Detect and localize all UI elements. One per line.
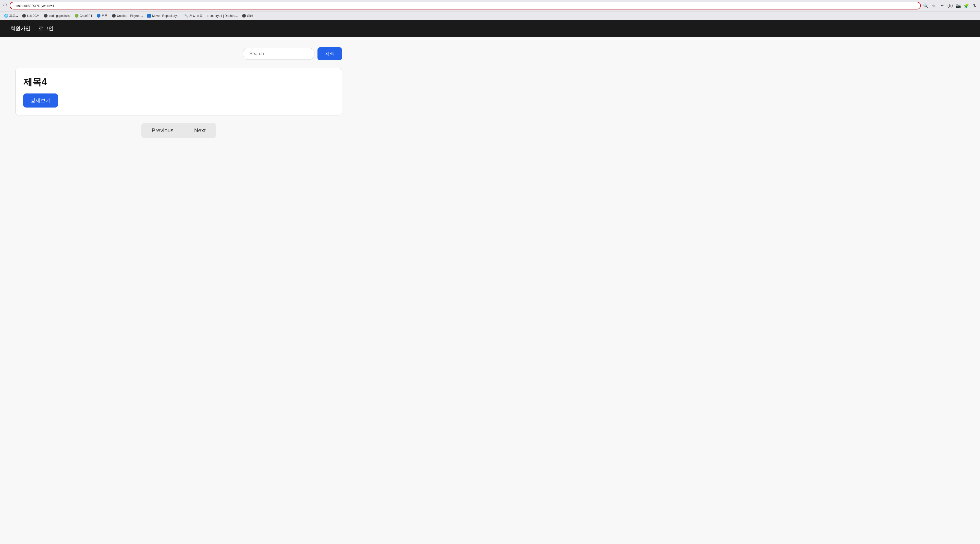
detail-button[interactable]: 상세보기 <box>23 94 58 107</box>
bookmark-kdit-icon: ⚫ <box>22 14 26 18</box>
extensions-icon[interactable]: 🧩 <box>964 3 969 8</box>
bookmark-untitled[interactable]: ⚫ Untitled - Playrou... <box>110 13 145 18</box>
bookmark-devnote-icon: 🔧 <box>184 14 188 18</box>
search-button[interactable]: 검색 <box>318 47 342 60</box>
browser-actions: 🔍 ☆ ✒ (B) 📷 🧩 ↻ <box>923 3 977 8</box>
bookmark-writon[interactable]: 🔵 뤼튼 <box>95 13 109 18</box>
bookmark-chatgpt-label: ChatGPT <box>80 14 92 18</box>
bookmark-coding[interactable]: ⚫ codingspecialist <box>42 13 72 18</box>
bookmark-coding-label: codingspecialist <box>49 14 70 18</box>
search-input[interactable] <box>243 48 314 60</box>
bookmarks-bar: 🌐 프로... ⚫ kdit-2024 ⚫ codingspecialist 🟢… <box>0 11 980 20</box>
browser-chrome: ⓘ localhost:8080/?keyword=4 🔍 ☆ ✒ (B) 📷 … <box>0 0 980 20</box>
bookmark-devnote[interactable]: 🔧 개발 노트 <box>183 13 204 18</box>
browser-toolbar: ⓘ localhost:8080/?keyword=4 🔍 ☆ ✒ (B) 📷 … <box>0 0 980 11</box>
bookmark-coderyu[interactable]: ≡ coderyu1 | Dashbo... <box>205 13 239 18</box>
bookmark-untitled-icon: ⚫ <box>112 14 116 18</box>
nav-bar: 회원가입 로그인 <box>0 20 980 37</box>
bookmark-maven-icon: 🟦 <box>147 14 151 18</box>
previous-button[interactable]: Previous <box>142 123 184 138</box>
page-wrapper: 회원가입 로그인 검색 제목4 상세보기 Previous Next <box>0 20 980 544</box>
pen-icon[interactable]: ✒ <box>939 3 945 8</box>
bookmark-github[interactable]: ⚫ GitH <box>240 13 255 18</box>
address-bar[interactable]: localhost:8080/?keyword=4 <box>10 2 921 10</box>
refresh-icon[interactable]: ↻ <box>972 3 977 8</box>
bookmark-pro-icon: 🌐 <box>4 14 8 18</box>
bookmark-coderyu-icon: ≡ <box>207 14 209 18</box>
nav-signup[interactable]: 회원가입 <box>10 25 30 32</box>
main-content: 검색 제목4 상세보기 Previous Next <box>0 37 357 148</box>
zoom-icon[interactable]: 🔍 <box>923 3 928 8</box>
bookmark-github-icon: ⚫ <box>242 14 246 18</box>
bookmark-kdit[interactable]: ⚫ kdit-2024 <box>21 13 41 18</box>
post-title: 제목4 <box>23 76 334 88</box>
bookmark-maven[interactable]: 🟦 Maven Repository:... <box>145 13 182 18</box>
bookmark-kdit-label: kdit-2024 <box>27 14 40 18</box>
bookmark-coding-icon: ⚫ <box>44 14 48 18</box>
bookmark-writon-icon: 🔵 <box>97 14 100 18</box>
nav-login[interactable]: 로그인 <box>38 25 54 32</box>
bookmark-untitled-label: Untitled - Playrou... <box>117 14 143 18</box>
bookmark-github-label: GitH <box>247 14 253 18</box>
bookmark-pro[interactable]: 🌐 프로... <box>3 13 19 18</box>
bookmark-pro-label: 프로... <box>9 14 18 18</box>
search-area: 검색 <box>15 47 342 60</box>
url-text: localhost:8080/?keyword=4 <box>14 4 54 8</box>
pagination-container: Previous Next <box>142 123 216 138</box>
bookmark-chatgpt[interactable]: 🟢 ChatGPT <box>73 13 94 18</box>
bookmark-chatgpt-icon: 🟢 <box>75 14 79 18</box>
pagination: Previous Next <box>15 123 342 138</box>
bookmark-coderyu-label: coderyu1 | Dashbo... <box>210 14 238 18</box>
camera-icon[interactable]: 📷 <box>956 3 961 8</box>
code-icon[interactable]: (B) <box>947 3 953 8</box>
bookmark-writon-label: 뤼튼 <box>102 14 108 18</box>
star-icon[interactable]: ☆ <box>931 3 937 8</box>
post-card: 제목4 상세보기 <box>15 68 342 115</box>
info-icon[interactable]: ⓘ <box>3 3 8 8</box>
next-button[interactable]: Next <box>184 123 216 138</box>
bookmark-devnote-label: 개발 노트 <box>189 14 202 18</box>
bookmark-maven-label: Maven Repository:... <box>152 14 180 18</box>
